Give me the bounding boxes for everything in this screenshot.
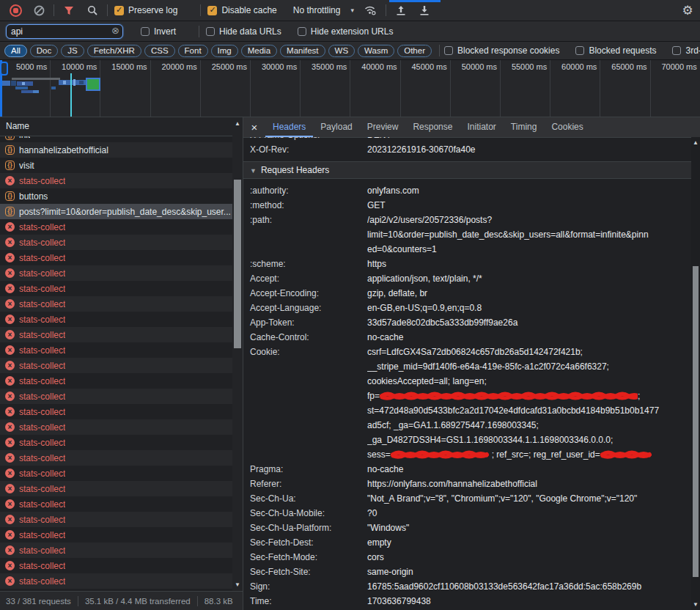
scroll-down-icon[interactable]: ▼	[232, 581, 243, 588]
failed-request-icon: ×	[5, 376, 15, 386]
scroll-down-icon[interactable]: ▼	[691, 601, 700, 608]
invert-checkbox[interactable]: Invert	[141, 26, 179, 37]
filter-chip-doc[interactable]: Doc	[30, 45, 58, 57]
filter-chip-wasm[interactable]: Wasm	[358, 45, 394, 57]
scroll-up-icon[interactable]: ▲	[691, 139, 700, 146]
filter-chip-all[interactable]: All	[4, 45, 27, 57]
timeline-tick-label: 50000 ms	[462, 62, 497, 71]
hide-data-urls-checkbox[interactable]: Hide data URLs	[206, 26, 284, 37]
request-row[interactable]: {}init	[0, 136, 232, 142]
waterfall-bar	[2, 81, 10, 86]
request-row[interactable]: {}hannahelizabethofficial	[0, 142, 232, 158]
request-row[interactable]: ×stats-collect	[0, 435, 232, 450]
export-har-button[interactable]	[416, 2, 432, 18]
request-row-selected[interactable]: {}posts?limit=10&order=publish_date_desc…	[0, 204, 232, 219]
request-name: stats-collect	[19, 284, 65, 294]
filter-chip-ws[interactable]: WS	[328, 45, 355, 57]
network-overview-timeline[interactable]: 5000 ms10000 ms15000 ms20000 ms25000 ms3…	[0, 60, 700, 117]
request-row[interactable]: ×stats-collect	[0, 265, 232, 281]
3rd-party-requests-checkbox[interactable]: 3rd-party requests	[672, 45, 700, 56]
header-value: no-cache	[367, 462, 691, 477]
request-row[interactable]: ×stats-collect	[0, 481, 232, 496]
header-row: Accept-Language:en-GB,en-US;q=0.9,en;q=0…	[250, 301, 691, 315]
request-row[interactable]: ×stats-collect	[0, 281, 232, 296]
filter-chip-img[interactable]: Img	[211, 45, 238, 57]
request-list-scrollbar[interactable]: ▲ ▼	[232, 117, 243, 591]
request-row[interactable]: ×stats-collect	[0, 512, 232, 527]
request-row[interactable]: ×stats-collect	[0, 373, 232, 389]
scroll-up-icon[interactable]: ▲	[232, 120, 243, 127]
filter-chip-font[interactable]: Font	[178, 45, 208, 57]
request-row[interactable]: ×stats-collect	[0, 543, 232, 558]
record-button[interactable]	[7, 2, 23, 18]
tab-response[interactable]: Response	[405, 117, 460, 137]
tab-initiator[interactable]: Initiator	[460, 117, 503, 137]
tab-preview[interactable]: Preview	[360, 117, 406, 137]
search-button[interactable]	[84, 2, 100, 18]
request-row[interactable]: ×stats-collect	[0, 342, 232, 358]
checkbox-checked-icon	[114, 6, 124, 15]
tab-timing[interactable]: Timing	[504, 117, 545, 137]
blocked-response-cookies-checkbox[interactable]: Blocked response cookies	[444, 45, 562, 56]
request-row[interactable]: ×stats-collect	[0, 219, 232, 235]
preserve-log-checkbox[interactable]: Preserve log	[114, 5, 180, 15]
filter-chip-js[interactable]: JS	[61, 45, 84, 57]
tab-headers[interactable]: Headers	[265, 117, 313, 137]
blocked-requests-checkbox[interactable]: Blocked requests	[575, 45, 659, 56]
filter-chip-media[interactable]: Media	[241, 45, 277, 57]
disable-cache-checkbox[interactable]: Disable cache	[207, 5, 279, 15]
request-row[interactable]: ×stats-collect	[0, 527, 232, 543]
clipped-header-row: X-Frame-Options: DENY	[250, 137, 691, 142]
request-row[interactable]: ×stats-collect	[0, 573, 232, 589]
request-row[interactable]: ×stats-collect	[0, 250, 232, 265]
request-row[interactable]: ×stats-collect	[0, 312, 232, 327]
filter-chip-fetch-xhr[interactable]: Fetch/XHR	[87, 45, 141, 57]
filter-toggle-button[interactable]	[61, 2, 77, 18]
timeline-column: 35000 ms	[300, 60, 350, 117]
request-row[interactable]: ×stats-collect	[0, 558, 232, 573]
timeline-tick-label: 60000 ms	[561, 62, 597, 71]
import-har-button[interactable]	[393, 2, 409, 18]
request-row[interactable]: ×stats-collect	[0, 496, 232, 512]
request-row[interactable]: {}visit	[0, 158, 232, 173]
scrollbar-thumb[interactable]	[234, 180, 241, 348]
request-row[interactable]: ×stats-collect	[0, 173, 232, 188]
request-row[interactable]: {}buttons	[0, 188, 232, 204]
throttling-dropdown[interactable]: No throttling ▾	[293, 5, 354, 15]
filter-chip-css[interactable]: CSS	[144, 45, 175, 57]
request-row[interactable]: ×stats-collect	[0, 235, 232, 250]
hide-extension-urls-checkbox[interactable]: Hide extension URLs	[298, 26, 397, 37]
failed-request-icon: ×	[5, 345, 15, 355]
request-row[interactable]: ×stats-collect	[0, 466, 232, 481]
waterfall-bar	[12, 78, 60, 80]
request-headers-section[interactable]: ▼Request Headers	[243, 161, 691, 179]
request-row[interactable]: ×stats-collect	[0, 404, 232, 419]
request-row[interactable]: ×stats-collect	[0, 327, 232, 342]
request-row[interactable]: ×stats-collect	[0, 358, 232, 373]
clear-button[interactable]	[31, 2, 47, 18]
details-scrollbar[interactable]: ▲ ▼	[691, 137, 700, 610]
filter-text-input[interactable]: api ⊗	[6, 24, 123, 39]
request-row[interactable]: ×stats-collect	[0, 296, 232, 312]
settings-gear-button[interactable]: ⚙	[679, 2, 696, 18]
request-name: stats-collect	[19, 361, 65, 371]
timeline-tick-label: 55000 ms	[512, 62, 547, 71]
close-details-button[interactable]: ×	[243, 121, 265, 133]
network-conditions-button[interactable]	[363, 2, 379, 18]
filter-chip-other[interactable]: Other	[397, 45, 432, 57]
name-column-header[interactable]: Name	[0, 117, 243, 136]
clear-filter-icon[interactable]: ⊗	[111, 25, 119, 36]
header-value: "Windows"	[367, 521, 691, 535]
header-key: Sec-Fetch-Mode:	[250, 550, 367, 565]
scrollbar-thumb[interactable]	[693, 266, 699, 577]
overview-selection-knob[interactable]	[0, 62, 8, 76]
filter-chip-manifest[interactable]: Manifest	[280, 45, 325, 57]
loading-progress-strip	[389, 0, 441, 2]
request-row[interactable]: ×stats-collect	[0, 389, 232, 404]
tab-payload[interactable]: Payload	[313, 117, 359, 137]
request-row[interactable]: ×stats-collect	[0, 450, 232, 466]
waterfall-bar	[15, 87, 28, 89]
header-value: gzip, deflate, br	[367, 286, 691, 301]
request-row[interactable]: ×stats-collect	[0, 419, 232, 435]
tab-cookies[interactable]: Cookies	[544, 117, 590, 137]
